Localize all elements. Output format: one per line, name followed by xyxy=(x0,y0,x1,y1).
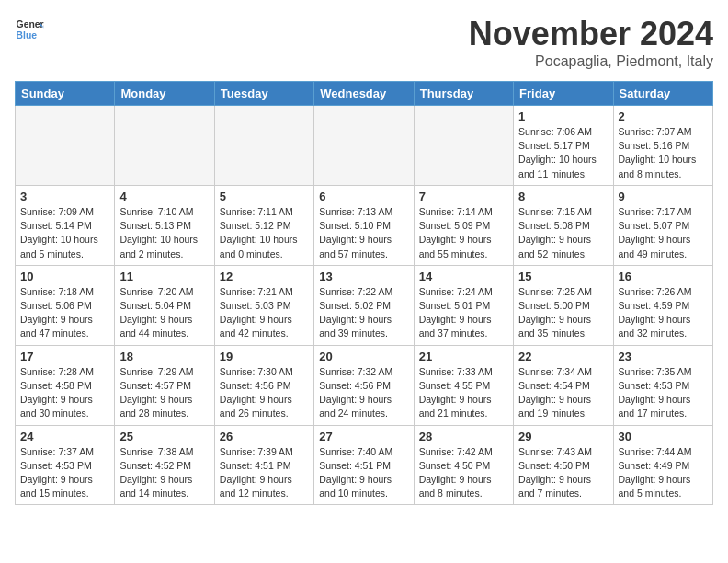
day-info: Sunrise: 7:07 AM Sunset: 5:16 PM Dayligh… xyxy=(619,125,708,181)
calendar-week-row: 10Sunrise: 7:18 AM Sunset: 5:06 PM Dayli… xyxy=(16,265,713,345)
day-info: Sunrise: 7:13 AM Sunset: 5:10 PM Dayligh… xyxy=(319,205,408,261)
day-number: 30 xyxy=(619,430,708,443)
day-number: 8 xyxy=(518,190,608,203)
calendar-day-cell: 25Sunrise: 7:38 AM Sunset: 4:52 PM Dayli… xyxy=(115,425,214,505)
calendar-day-cell: 6Sunrise: 7:13 AM Sunset: 5:10 PM Daylig… xyxy=(314,185,414,265)
calendar-day-cell xyxy=(16,106,115,186)
day-info: Sunrise: 7:25 AM Sunset: 5:00 PM Dayligh… xyxy=(518,285,608,341)
calendar-table: SundayMondayTuesdayWednesdayThursdayFrid… xyxy=(15,81,713,505)
day-info: Sunrise: 7:15 AM Sunset: 5:08 PM Dayligh… xyxy=(518,205,608,261)
day-info: Sunrise: 7:35 AM Sunset: 4:53 PM Dayligh… xyxy=(619,365,708,421)
logo-icon: General Blue xyxy=(15,15,44,44)
day-info: Sunrise: 7:29 AM Sunset: 4:57 PM Dayligh… xyxy=(119,365,209,421)
calendar-day-cell: 14Sunrise: 7:24 AM Sunset: 5:01 PM Dayli… xyxy=(414,265,513,345)
day-number: 16 xyxy=(619,270,708,283)
day-info: Sunrise: 7:37 AM Sunset: 4:53 PM Dayligh… xyxy=(20,445,109,501)
day-info: Sunrise: 7:39 AM Sunset: 4:51 PM Dayligh… xyxy=(220,445,309,501)
weekday-header-cell: Monday xyxy=(115,82,214,106)
day-number: 13 xyxy=(319,270,408,283)
weekday-header-cell: Sunday xyxy=(16,82,115,106)
day-info: Sunrise: 7:17 AM Sunset: 5:07 PM Dayligh… xyxy=(619,205,708,261)
day-number: 14 xyxy=(419,270,508,283)
day-number: 20 xyxy=(319,350,408,363)
day-number: 24 xyxy=(20,430,109,443)
day-number: 26 xyxy=(220,430,309,443)
calendar-day-cell: 21Sunrise: 7:33 AM Sunset: 4:55 PM Dayli… xyxy=(414,345,513,425)
calendar-day-cell: 12Sunrise: 7:21 AM Sunset: 5:03 PM Dayli… xyxy=(214,265,313,345)
calendar-day-cell: 23Sunrise: 7:35 AM Sunset: 4:53 PM Dayli… xyxy=(613,345,712,425)
calendar-day-cell: 15Sunrise: 7:25 AM Sunset: 5:00 PM Dayli… xyxy=(514,265,613,345)
calendar-day-cell: 1Sunrise: 7:06 AM Sunset: 5:17 PM Daylig… xyxy=(514,106,613,186)
calendar-day-cell: 18Sunrise: 7:29 AM Sunset: 4:57 PM Dayli… xyxy=(115,345,214,425)
logo: General Blue xyxy=(15,15,44,44)
day-info: Sunrise: 7:38 AM Sunset: 4:52 PM Dayligh… xyxy=(119,445,209,501)
weekday-header-cell: Wednesday xyxy=(314,82,414,106)
day-info: Sunrise: 7:11 AM Sunset: 5:12 PM Dayligh… xyxy=(220,205,309,261)
day-info: Sunrise: 7:14 AM Sunset: 5:09 PM Dayligh… xyxy=(419,205,508,261)
day-number: 12 xyxy=(220,270,309,283)
title-area: November 2024 Pocapaglia, Piedmont, Ital… xyxy=(469,15,713,70)
day-number: 17 xyxy=(20,350,109,363)
calendar-day-cell: 5Sunrise: 7:11 AM Sunset: 5:12 PM Daylig… xyxy=(214,185,313,265)
calendar-day-cell: 11Sunrise: 7:20 AM Sunset: 5:04 PM Dayli… xyxy=(115,265,214,345)
day-info: Sunrise: 7:20 AM Sunset: 5:04 PM Dayligh… xyxy=(119,285,209,341)
day-number: 15 xyxy=(518,270,608,283)
calendar-day-cell: 17Sunrise: 7:28 AM Sunset: 4:58 PM Dayli… xyxy=(16,345,115,425)
calendar-day-cell: 7Sunrise: 7:14 AM Sunset: 5:09 PM Daylig… xyxy=(414,185,513,265)
svg-text:Blue: Blue xyxy=(17,30,38,40)
day-number: 18 xyxy=(119,350,209,363)
day-number: 9 xyxy=(619,190,708,203)
day-info: Sunrise: 7:06 AM Sunset: 5:17 PM Dayligh… xyxy=(518,125,608,181)
calendar-day-cell: 19Sunrise: 7:30 AM Sunset: 4:56 PM Dayli… xyxy=(214,345,313,425)
weekday-header-cell: Tuesday xyxy=(214,82,313,106)
calendar-day-cell: 24Sunrise: 7:37 AM Sunset: 4:53 PM Dayli… xyxy=(16,425,115,505)
day-number: 10 xyxy=(20,270,109,283)
month-title: November 2024 xyxy=(469,15,713,53)
calendar-day-cell: 13Sunrise: 7:22 AM Sunset: 5:02 PM Dayli… xyxy=(314,265,414,345)
calendar-day-cell: 22Sunrise: 7:34 AM Sunset: 4:54 PM Dayli… xyxy=(514,345,613,425)
day-number: 2 xyxy=(619,109,708,123)
calendar-day-cell xyxy=(414,106,513,186)
weekday-header-cell: Saturday xyxy=(613,82,712,106)
day-info: Sunrise: 7:44 AM Sunset: 4:49 PM Dayligh… xyxy=(619,445,708,501)
page-header: General Blue November 2024 Pocapaglia, P… xyxy=(15,15,713,70)
day-info: Sunrise: 7:09 AM Sunset: 5:14 PM Dayligh… xyxy=(20,205,109,261)
calendar-day-cell: 29Sunrise: 7:43 AM Sunset: 4:50 PM Dayli… xyxy=(514,425,613,505)
weekday-header-cell: Thursday xyxy=(414,82,513,106)
day-number: 22 xyxy=(518,350,608,363)
weekday-header-row: SundayMondayTuesdayWednesdayThursdayFrid… xyxy=(16,82,713,106)
day-info: Sunrise: 7:32 AM Sunset: 4:56 PM Dayligh… xyxy=(319,365,408,421)
day-info: Sunrise: 7:10 AM Sunset: 5:13 PM Dayligh… xyxy=(119,205,209,261)
day-number: 11 xyxy=(119,270,209,283)
calendar-day-cell: 10Sunrise: 7:18 AM Sunset: 5:06 PM Dayli… xyxy=(16,265,115,345)
calendar-week-row: 24Sunrise: 7:37 AM Sunset: 4:53 PM Dayli… xyxy=(16,425,713,505)
day-number: 4 xyxy=(119,190,209,203)
calendar-day-cell: 27Sunrise: 7:40 AM Sunset: 4:51 PM Dayli… xyxy=(314,425,414,505)
calendar-day-cell: 26Sunrise: 7:39 AM Sunset: 4:51 PM Dayli… xyxy=(214,425,313,505)
day-number: 23 xyxy=(619,350,708,363)
day-number: 1 xyxy=(518,109,608,123)
location-title: Pocapaglia, Piedmont, Italy xyxy=(469,53,713,70)
day-number: 21 xyxy=(419,350,508,363)
day-info: Sunrise: 7:30 AM Sunset: 4:56 PM Dayligh… xyxy=(220,365,309,421)
day-info: Sunrise: 7:33 AM Sunset: 4:55 PM Dayligh… xyxy=(419,365,508,421)
day-number: 29 xyxy=(518,430,608,443)
day-number: 27 xyxy=(319,430,408,443)
day-info: Sunrise: 7:34 AM Sunset: 4:54 PM Dayligh… xyxy=(518,365,608,421)
calendar-day-cell xyxy=(214,106,313,186)
calendar-day-cell: 20Sunrise: 7:32 AM Sunset: 4:56 PM Dayli… xyxy=(314,345,414,425)
day-number: 7 xyxy=(419,190,508,203)
day-number: 19 xyxy=(220,350,309,363)
calendar-day-cell: 8Sunrise: 7:15 AM Sunset: 5:08 PM Daylig… xyxy=(514,185,613,265)
day-info: Sunrise: 7:18 AM Sunset: 5:06 PM Dayligh… xyxy=(20,285,109,341)
day-info: Sunrise: 7:22 AM Sunset: 5:02 PM Dayligh… xyxy=(319,285,408,341)
day-number: 25 xyxy=(119,430,209,443)
calendar-day-cell: 28Sunrise: 7:42 AM Sunset: 4:50 PM Dayli… xyxy=(414,425,513,505)
day-info: Sunrise: 7:43 AM Sunset: 4:50 PM Dayligh… xyxy=(518,445,608,501)
calendar-day-cell: 3Sunrise: 7:09 AM Sunset: 5:14 PM Daylig… xyxy=(16,185,115,265)
day-info: Sunrise: 7:21 AM Sunset: 5:03 PM Dayligh… xyxy=(220,285,309,341)
day-info: Sunrise: 7:28 AM Sunset: 4:58 PM Dayligh… xyxy=(20,365,109,421)
calendar-week-row: 3Sunrise: 7:09 AM Sunset: 5:14 PM Daylig… xyxy=(16,185,713,265)
calendar-week-row: 17Sunrise: 7:28 AM Sunset: 4:58 PM Dayli… xyxy=(16,345,713,425)
calendar-day-cell: 30Sunrise: 7:44 AM Sunset: 4:49 PM Dayli… xyxy=(613,425,712,505)
